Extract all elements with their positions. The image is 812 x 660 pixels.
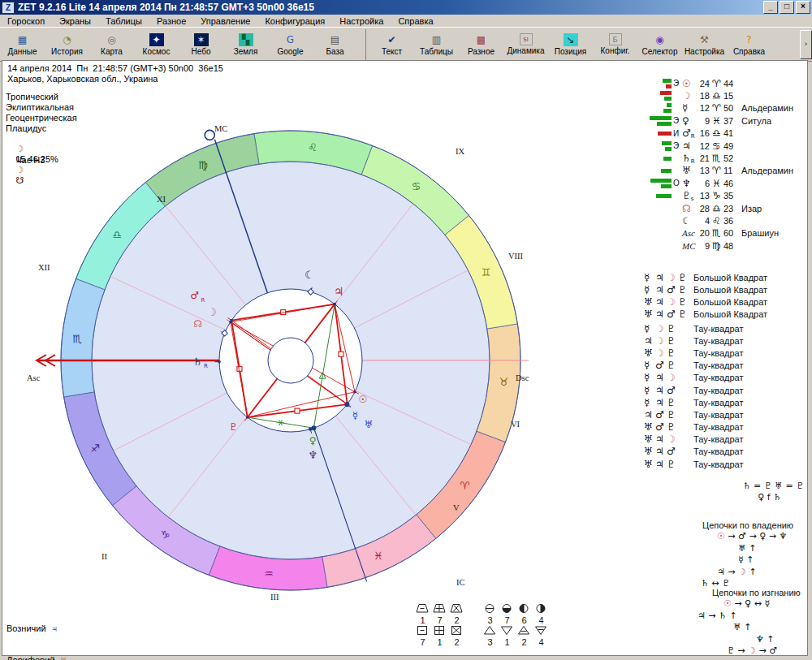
toolbar-button-текст[interactable]: ✔Текст (365, 29, 414, 60)
toolbar-button-настройка[interactable]: ⚒Настройка (682, 29, 727, 60)
square-cross-icon (433, 625, 447, 636)
planet-glyph: MC (682, 240, 696, 252)
toolbar-button-конфиг[interactable]: БКонфиг. (593, 29, 637, 60)
planet-row: Э☉24♈44 (644, 77, 806, 89)
toolbar-button-позиция[interactable]: ↘Позиция (548, 29, 593, 60)
configuration-label: Тау-квадрат (689, 446, 743, 456)
fixed-star-name: Брашиун (738, 228, 806, 238)
dignity-bars (644, 215, 673, 226)
toolbar-button-динамика[interactable]: SIДинамика (503, 29, 548, 60)
planet-glyph: ☊ (682, 203, 696, 214)
stat-count: 1 (499, 637, 516, 647)
minimize-button[interactable]: _ (763, 1, 778, 14)
menu-item-гороскоп[interactable]: Гороскоп (0, 16, 52, 26)
planet-glyph: ☿ (682, 102, 696, 114)
venus-glyph: ♀ (309, 435, 317, 446)
menu-item-конфигурация[interactable]: Конфигурация (257, 16, 332, 26)
toolbar-button-карта[interactable]: ◎Карта (89, 29, 134, 60)
toolbar-button-справка[interactable]: ?Справка (727, 29, 771, 60)
dignity-bars (644, 153, 673, 164)
zodiac-glyph-capricorn: ♑ (161, 528, 171, 541)
label-ix: IX (456, 147, 464, 156)
planet-glyph: ♃ (655, 434, 667, 445)
planet-glyph: ☽ (667, 296, 678, 308)
configuration-label: Тау-квадрат (689, 422, 743, 432)
label-asc: Asc (27, 373, 41, 382)
planet-glyph: ♃ (655, 385, 667, 396)
planet-row: ☽4♌36 (644, 214, 806, 226)
dignity-bars (644, 127, 673, 139)
planet-row: Э♃12♋49 (644, 140, 806, 152)
planet-glyph: ♃ (655, 272, 667, 283)
planet-glyph: ♂ (655, 421, 667, 433)
sign-glyph: ♑ (710, 190, 723, 201)
triangle-down-bar-icon (534, 625, 548, 636)
chain-row: ♇ → ☽ → ♂ (685, 645, 808, 658)
dignity-bars (644, 178, 673, 189)
dignity-bars (644, 102, 673, 114)
rulership-chains: Цепочки по владению ☉ → ♂ → ♀ → ♆♅ ↑☿ ↑♃… (685, 520, 808, 590)
label-dsc: Dsc (516, 373, 529, 382)
planet-glyph: ♃ (655, 296, 667, 308)
planet-glyph: ♂R (682, 127, 696, 139)
menu-item-экраны[interactable]: Экраны (52, 16, 98, 26)
sign-glyph: ♍ (710, 240, 723, 252)
tau-square-row: ♅♃♂Тау-квадрат (644, 446, 810, 458)
planet-glyph: ♇ (667, 459, 678, 470)
moon-glyph: ☽ (207, 306, 217, 318)
planet-glyph: ♇ (678, 284, 689, 295)
planet-glyph: ♅ (644, 347, 655, 359)
grand-square-list: ☿♃☽♇Большой Квадрат☿♃♂♇Большой Квадрат♅♃… (644, 271, 810, 321)
planet-glyph: ♃ (644, 409, 655, 421)
dignity-bars (644, 78, 673, 89)
menu-item-разное[interactable]: Разное (149, 16, 193, 26)
menu-item-справка[interactable]: Справка (391, 16, 440, 26)
menu-item-настройка[interactable]: Настройка (332, 16, 391, 26)
toolbar-button-label: Позиция (555, 47, 587, 56)
maximize-button[interactable]: □ (780, 1, 794, 14)
toolbar-button-разное[interactable]: ▩Разное (459, 29, 503, 60)
label-xi: XI (157, 195, 166, 204)
chart-datetime: 14 апреля 2014 Пн 21:48:57 (GMT+3) 50n00… (7, 63, 223, 73)
close-button[interactable]: × (796, 1, 810, 14)
planet-row: ♄R21♏52 (644, 152, 806, 164)
toolbar: ▦Данные◔История◎Карта✦Космос✶Небо▚ЗемляG… (0, 27, 812, 62)
fixed-star-name: Альдерамин (738, 166, 806, 175)
tau-square-list: ☿☽♇Тау-квадрат♃☽♇Тау-квадрат♅☽♇Тау-квадр… (644, 322, 810, 470)
menu-item-таблицы[interactable]: Таблицы (98, 16, 149, 26)
charioteer-line: Возничий ♃ (6, 623, 348, 634)
planet-row: ☿12♈50Альдерамин (644, 102, 806, 114)
toolbar-button-google[interactable]: GGoogle (268, 29, 313, 60)
toolbar-button-селектор[interactable]: ◉Селектор (637, 29, 682, 60)
zodiac-glyph-cancer: ♋ (412, 180, 421, 192)
planet-glyph: ♇ (667, 347, 678, 359)
minor-aspect-line: ♄ = ♇ ♅ = ♇ (700, 481, 804, 491)
sign-glyph: ♓ (710, 115, 723, 127)
zodiac-glyph-virgo: ♍ (198, 159, 208, 171)
configuration-label: Тау-квадрат (689, 398, 743, 408)
planet-glyph: ♀ (682, 115, 696, 127)
saturn-glyph: ♄ (192, 356, 202, 368)
toolbar-button-история[interactable]: ◔История (45, 29, 89, 60)
planet-glyph: ☿ (644, 397, 655, 408)
configuration-label: Тау-квадрат (689, 336, 743, 346)
earth-map-icon: ▚ (239, 33, 253, 46)
toolbar-button-земля[interactable]: ▚Земля (223, 29, 268, 60)
toolbar-button-небо[interactable]: ✶Небо (179, 29, 223, 60)
sign-glyph: ♈ (710, 102, 723, 114)
toolbar-button-космос[interactable]: ✦Космос (134, 29, 179, 60)
menu-item-управление[interactable]: Управление (193, 16, 257, 26)
toolbar-button-таблицы[interactable]: ▥Таблицы (414, 29, 459, 60)
toolbar-overflow-button[interactable]: › (800, 30, 812, 59)
toolbar-button-данные[interactable]: ▦Данные (0, 29, 45, 60)
toolbar-button-база[interactable]: ▤База (313, 29, 357, 60)
toolbar-button-label: Таблицы (420, 47, 453, 56)
planet-glyph: ♅ (682, 165, 696, 176)
lilith-glyph: ☽ (304, 269, 314, 281)
planet-row: Э♀9♓37Ситула (644, 114, 806, 127)
element-statistics: 17271237643124 (414, 603, 550, 647)
stat-count: 1 (414, 615, 431, 625)
grand-square-row: ♅♃☽♇Большой Квадрат (644, 295, 810, 308)
sun-glyph: ☉ (359, 394, 368, 405)
title-bar[interactable]: Z ZET 9.2.16 Lite 14 апреля 2014 Пн 21:4… (0, 0, 812, 15)
